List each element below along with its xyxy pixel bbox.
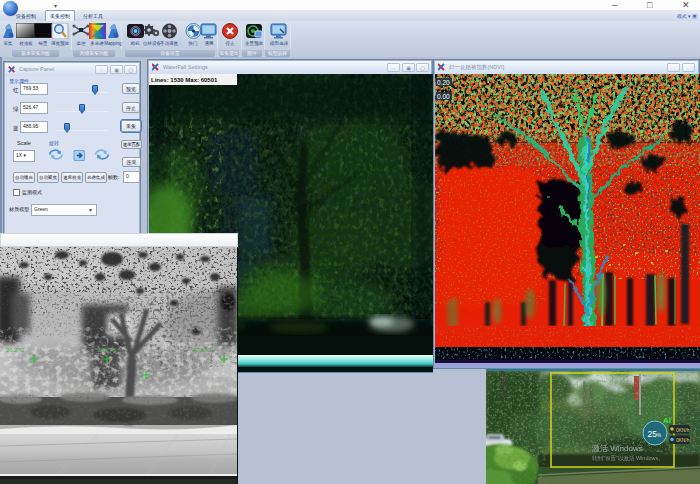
svg-text:转到"设置"以激活 Windows。: 转到"设置"以激活 Windows。 [592, 455, 664, 462]
svg-text:AI: AI [663, 416, 671, 425]
svg-text:26.2°C: 26.2°C [6, 347, 25, 353]
svg-text:0.20: 0.20 [437, 79, 450, 86]
svg-text:激活 Windows: 激活 Windows [592, 444, 643, 453]
svg-text:0KN/h: 0KN/h [676, 438, 690, 443]
svg-text:0.00: 0.00 [437, 93, 450, 100]
svg-text:27.6°C: 27.6°C [193, 347, 212, 353]
svg-text:28.7°C: 28.7°C [98, 347, 117, 353]
svg-text:0KN/h: 0KN/h [676, 428, 690, 433]
